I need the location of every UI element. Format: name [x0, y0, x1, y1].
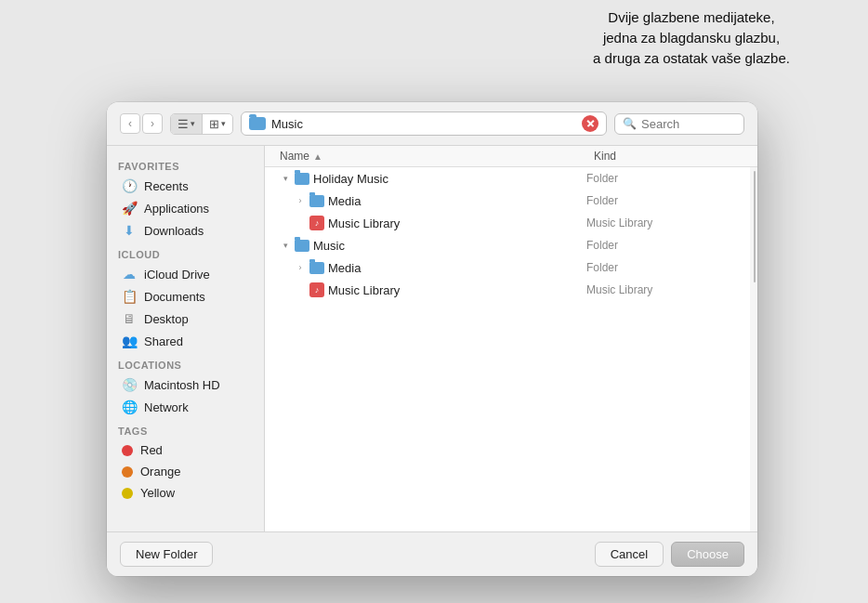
- expand-arrow[interactable]: ›: [295, 195, 306, 206]
- folder-icon: [309, 195, 324, 207]
- file-name-cell: › Music Library: [280, 216, 586, 230]
- search-input[interactable]: [641, 117, 734, 131]
- search-icon: 🔍: [623, 117, 637, 130]
- file-kind-cell: Folder: [586, 239, 735, 252]
- table-row[interactable]: › Music Library Music Library: [265, 212, 750, 234]
- sidebar-item-shared[interactable]: 👥 Shared: [111, 330, 260, 352]
- desktop-icon: 🖥: [122, 311, 137, 326]
- nav-buttons: ‹ ›: [120, 113, 163, 134]
- locations-section-title: Locations: [107, 352, 264, 374]
- yellow-tag-label: Yellow: [140, 486, 175, 500]
- file-list-header: Name ▲ Kind: [265, 146, 757, 167]
- table-row[interactable]: ▾ Holiday Music Folder: [265, 167, 750, 190]
- callout-line1: Dvije glazbene medijateke,: [608, 9, 774, 25]
- grid-view-button[interactable]: ⊞ ▾: [203, 114, 232, 134]
- file-name: Media: [328, 194, 361, 208]
- callout-line2: jedna za blagdansku glazbu,: [603, 30, 780, 46]
- cancel-button[interactable]: Cancel: [595, 542, 664, 567]
- list-view-button[interactable]: ☰ ▾: [171, 114, 203, 134]
- file-kind-cell: Music Library: [586, 283, 735, 296]
- name-column-header[interactable]: Name ▲: [280, 150, 594, 163]
- grid-view-arrow: ▾: [221, 119, 226, 128]
- toolbar: ‹ › ☰ ▾ ⊞ ▾ Music 🔍: [107, 102, 757, 146]
- macintosh-hd-icon: 💿: [122, 377, 137, 392]
- network-icon: 🌐: [122, 400, 137, 414]
- table-row[interactable]: › Media Folder: [265, 190, 750, 212]
- sidebar-item-tag-red[interactable]: Red: [111, 439, 260, 461]
- file-kind-cell: Folder: [586, 194, 735, 207]
- location-bar[interactable]: Music: [241, 111, 607, 136]
- music-library-icon: [309, 282, 324, 297]
- network-label: Network: [144, 400, 189, 414]
- table-row[interactable]: › Media Folder: [265, 256, 750, 279]
- tags-section-title: Tags: [107, 418, 264, 439]
- recents-label: Recents: [144, 179, 189, 193]
- file-name-cell: › Music Library: [280, 282, 586, 297]
- downloads-label: Downloads: [144, 224, 204, 238]
- callout-bubble: Dvije glazbene medijateke, jedna za blag…: [543, 0, 840, 68]
- sidebar-item-documents[interactable]: 📋 Documents: [111, 285, 260, 308]
- file-name: Media: [328, 261, 361, 275]
- sidebar: Favorites 🕐 Recents 🚀 Applications ⬇ Dow…: [107, 146, 265, 531]
- sidebar-item-downloads[interactable]: ⬇ Downloads: [111, 219, 260, 242]
- shared-label: Shared: [144, 334, 183, 348]
- choose-button[interactable]: Choose: [671, 542, 744, 567]
- expand-arrow[interactable]: ▾: [280, 240, 291, 251]
- list-view-arrow: ▾: [191, 119, 195, 128]
- expand-arrow[interactable]: ▾: [280, 173, 291, 184]
- favorites-section-title: Favorites: [107, 153, 264, 175]
- icloud-drive-icon: ☁: [122, 267, 137, 282]
- scroll-indicator: [754, 171, 756, 282]
- new-folder-button[interactable]: New Folder: [120, 542, 213, 567]
- sidebar-item-recents[interactable]: 🕐 Recents: [111, 175, 260, 197]
- bottom-bar: New Folder Cancel Choose: [107, 531, 757, 576]
- documents-label: Documents: [144, 290, 205, 304]
- shared-icon: 👥: [122, 334, 137, 348]
- expand-arrow[interactable]: ›: [295, 262, 306, 273]
- clear-location-button[interactable]: [582, 115, 598, 132]
- content-area: Favorites 🕐 Recents 🚀 Applications ⬇ Dow…: [107, 146, 757, 531]
- folder-icon: [309, 262, 324, 274]
- sidebar-item-network[interactable]: 🌐 Network: [111, 396, 260, 418]
- sidebar-item-tag-yellow[interactable]: Yellow: [111, 482, 260, 504]
- file-kind-cell: Folder: [586, 172, 735, 185]
- forward-button[interactable]: ›: [142, 113, 163, 134]
- view-toggle: ☰ ▾ ⊞ ▾: [170, 113, 233, 135]
- orange-tag-dot: [122, 466, 133, 478]
- sidebar-item-icloud-drive[interactable]: ☁ iCloud Drive: [111, 263, 260, 285]
- file-name-cell: ▾ Holiday Music: [280, 172, 586, 186]
- red-tag-dot: [122, 445, 133, 456]
- back-button[interactable]: ‹: [120, 113, 140, 134]
- recents-icon: 🕐: [122, 178, 137, 193]
- list-view-icon: ☰: [178, 117, 189, 131]
- folder-icon: [295, 173, 309, 185]
- location-folder-icon: [249, 117, 266, 130]
- action-buttons: Cancel Choose: [595, 542, 744, 567]
- file-name: Music Library: [328, 283, 400, 297]
- file-name-cell: › Media: [280, 194, 586, 208]
- applications-label: Applications: [144, 202, 209, 216]
- file-area: Name ▲ Kind ▾ Holiday Music: [265, 146, 757, 531]
- sidebar-item-desktop[interactable]: 🖥 Desktop: [111, 308, 260, 330]
- yellow-tag-dot: [122, 488, 133, 499]
- table-row[interactable]: › Music Library Music Library: [265, 279, 750, 301]
- orange-tag-label: Orange: [140, 465, 180, 478]
- sidebar-item-applications[interactable]: 🚀 Applications: [111, 197, 260, 219]
- search-bar[interactable]: 🔍: [614, 113, 744, 135]
- open-dialog: ‹ › ☰ ▾ ⊞ ▾ Music 🔍: [107, 102, 757, 576]
- scroll-bracket: [750, 167, 757, 531]
- file-name-cell: ▾ Music: [280, 239, 586, 253]
- macintosh-hd-label: Macintosh HD: [144, 378, 220, 392]
- file-kind-cell: Music Library: [586, 216, 735, 229]
- file-name: Holiday Music: [313, 172, 388, 186]
- kind-column-header[interactable]: Kind: [594, 150, 743, 163]
- applications-icon: 🚀: [122, 201, 137, 216]
- icloud-drive-label: iCloud Drive: [144, 268, 210, 282]
- table-row[interactable]: ▾ Music Folder: [265, 234, 750, 256]
- file-name: Music Library: [328, 216, 400, 230]
- sidebar-item-tag-orange[interactable]: Orange: [111, 461, 260, 482]
- location-name: Music: [271, 117, 303, 131]
- documents-icon: 📋: [122, 289, 137, 304]
- file-name-cell: › Media: [280, 261, 586, 275]
- sidebar-item-macintosh-hd[interactable]: 💿 Macintosh HD: [111, 374, 260, 396]
